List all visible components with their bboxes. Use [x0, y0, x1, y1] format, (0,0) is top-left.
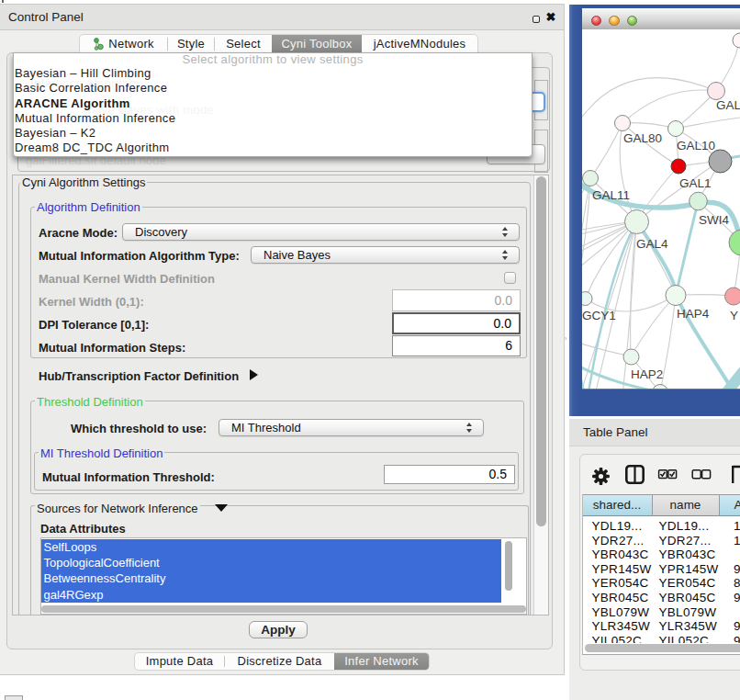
svg-text:HAP4: HAP4 [677, 307, 710, 321]
svg-text:GAL4: GAL4 [636, 237, 668, 251]
svg-text:SWI4: SWI4 [699, 213, 729, 227]
svg-text:HAP2: HAP2 [631, 367, 663, 381]
svg-text:GAL11: GAL11 [592, 188, 630, 202]
svg-text:Y: Y [730, 309, 738, 322]
svg-text:GAL1: GAL1 [679, 176, 712, 190]
svg-text:GAL10: GAL10 [677, 139, 715, 152]
svg-text:GAL80: GAL80 [623, 131, 662, 145]
svg-text:GCY1: GCY1 [582, 309, 616, 322]
svg-text:GAL: GAL [716, 98, 740, 112]
